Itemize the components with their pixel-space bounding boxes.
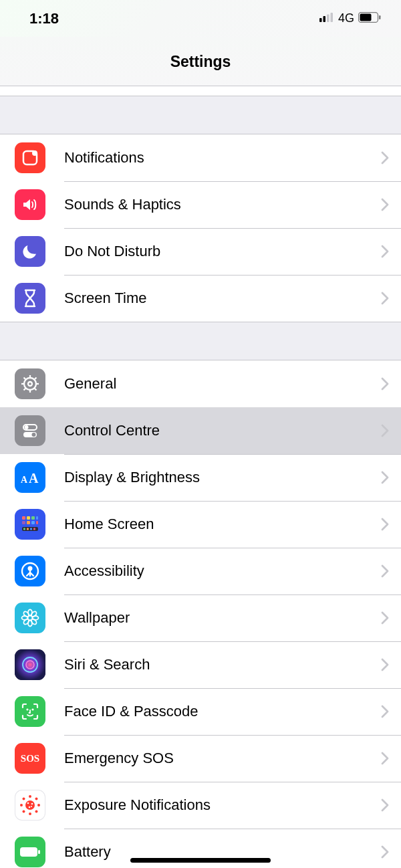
row-homescreen[interactable]: Home Screen bbox=[0, 501, 401, 548]
svg-point-22 bbox=[32, 433, 36, 437]
svg-point-45 bbox=[23, 611, 30, 618]
toggles-icon bbox=[15, 415, 45, 446]
row-label: Emergency SOS bbox=[64, 750, 381, 767]
row-siri[interactable]: Siri & Search bbox=[0, 641, 401, 688]
hourglass-icon bbox=[15, 283, 45, 314]
svg-rect-49 bbox=[15, 649, 45, 680]
chevron-right-icon bbox=[381, 705, 389, 718]
row-accessibility[interactable]: Accessibility bbox=[0, 548, 401, 594]
row-sounds[interactable]: Sounds & Haptics bbox=[0, 181, 401, 228]
row-exposure[interactable]: Exposure Notifications bbox=[0, 782, 401, 829]
row-label: Wallpaper bbox=[64, 609, 381, 627]
row-dnd[interactable]: Do Not Disturb bbox=[0, 228, 401, 275]
aa-icon: AA bbox=[15, 462, 45, 493]
svg-rect-68 bbox=[20, 847, 37, 857]
row-label: Screen Time bbox=[64, 290, 381, 307]
svg-point-59 bbox=[37, 804, 40, 806]
row-label: Exposure Notifications bbox=[64, 796, 381, 814]
page-title: Settings bbox=[170, 53, 231, 71]
battery-icon bbox=[15, 837, 45, 867]
svg-rect-37 bbox=[33, 528, 35, 530]
svg-point-62 bbox=[35, 798, 38, 800]
row-label: Face ID & Passcode bbox=[64, 703, 381, 720]
svg-point-53 bbox=[31, 708, 33, 710]
person-icon bbox=[15, 556, 45, 586]
chevron-right-icon bbox=[381, 198, 389, 211]
svg-rect-30 bbox=[27, 521, 30, 524]
svg-rect-36 bbox=[30, 528, 32, 530]
status-bar: 1:18 4G bbox=[0, 0, 401, 37]
notif-icon bbox=[15, 142, 45, 173]
face-icon bbox=[15, 696, 45, 727]
svg-point-58 bbox=[20, 804, 23, 806]
home-indicator[interactable] bbox=[130, 858, 271, 863]
chevron-right-icon bbox=[381, 292, 389, 305]
settings-list: NotificationsSounds & HapticsDo Not Dist… bbox=[0, 96, 401, 868]
svg-text:A: A bbox=[21, 475, 28, 485]
row-screentime[interactable]: Screen Time bbox=[0, 275, 401, 322]
svg-rect-27 bbox=[31, 516, 35, 520]
svg-point-57 bbox=[29, 812, 31, 815]
status-right: 4G bbox=[319, 11, 381, 25]
svg-rect-29 bbox=[22, 521, 25, 524]
svg-point-61 bbox=[35, 810, 38, 813]
svg-rect-32 bbox=[36, 521, 38, 524]
siri-icon bbox=[15, 649, 45, 680]
row-controlcentre[interactable]: Control Centre bbox=[0, 407, 401, 454]
svg-point-65 bbox=[31, 803, 33, 805]
svg-point-9 bbox=[24, 378, 36, 390]
svg-rect-6 bbox=[379, 15, 381, 19]
svg-point-10 bbox=[28, 382, 32, 386]
svg-point-20 bbox=[25, 425, 29, 429]
speaker-icon bbox=[15, 189, 45, 220]
battery-icon bbox=[358, 12, 381, 25]
row-label: Sounds & Haptics bbox=[64, 196, 381, 213]
row-label: General bbox=[64, 375, 381, 393]
chevron-right-icon bbox=[381, 798, 389, 812]
row-label: Notifications bbox=[64, 149, 381, 167]
row-wallpaper[interactable]: Wallpaper bbox=[0, 594, 401, 641]
chevron-right-icon bbox=[381, 424, 389, 437]
nav-header: Settings bbox=[0, 37, 401, 86]
moon-icon bbox=[15, 236, 45, 267]
row-label: Accessibility bbox=[64, 562, 381, 580]
row-display[interactable]: AADisplay & Brightness bbox=[0, 454, 401, 501]
row-sos[interactable]: SOSEmergency SOS bbox=[0, 735, 401, 782]
grid-icon bbox=[15, 509, 45, 540]
svg-point-63 bbox=[23, 810, 25, 813]
svg-line-16 bbox=[35, 389, 37, 391]
svg-rect-31 bbox=[31, 521, 35, 524]
chevron-right-icon bbox=[381, 658, 389, 671]
svg-rect-69 bbox=[38, 850, 40, 854]
svg-point-47 bbox=[30, 611, 37, 618]
chevron-right-icon bbox=[381, 611, 389, 625]
svg-point-48 bbox=[23, 618, 30, 625]
settings-group: NotificationsSounds & HapticsDo Not Dist… bbox=[0, 134, 401, 322]
chevron-right-icon bbox=[381, 471, 389, 484]
svg-line-18 bbox=[24, 389, 26, 391]
svg-rect-1 bbox=[323, 16, 325, 22]
row-faceid[interactable]: Face ID & Passcode bbox=[0, 688, 401, 735]
svg-point-8 bbox=[32, 150, 37, 156]
chevron-right-icon bbox=[381, 564, 389, 578]
row-label: Do Not Disturb bbox=[64, 243, 381, 260]
row-notifications[interactable]: Notifications bbox=[0, 134, 401, 181]
svg-point-55 bbox=[25, 800, 35, 810]
flower-icon bbox=[15, 603, 45, 633]
chevron-right-icon bbox=[381, 377, 389, 391]
svg-rect-3 bbox=[330, 13, 333, 22]
row-general[interactable]: General bbox=[0, 360, 401, 407]
chevron-right-icon bbox=[381, 151, 389, 165]
svg-point-64 bbox=[27, 802, 29, 804]
status-time: 1:18 bbox=[29, 10, 59, 27]
row-label: Control Centre bbox=[64, 422, 381, 439]
svg-point-52 bbox=[26, 708, 28, 710]
settings-group: GeneralControl CentreAADisplay & Brightn… bbox=[0, 360, 401, 868]
gear-icon bbox=[15, 368, 45, 399]
network-label: 4G bbox=[338, 11, 354, 25]
top-sliver bbox=[0, 86, 401, 96]
row-label: Display & Brightness bbox=[64, 469, 381, 486]
svg-point-46 bbox=[30, 618, 37, 625]
svg-point-60 bbox=[23, 798, 25, 800]
svg-rect-2 bbox=[327, 14, 329, 22]
